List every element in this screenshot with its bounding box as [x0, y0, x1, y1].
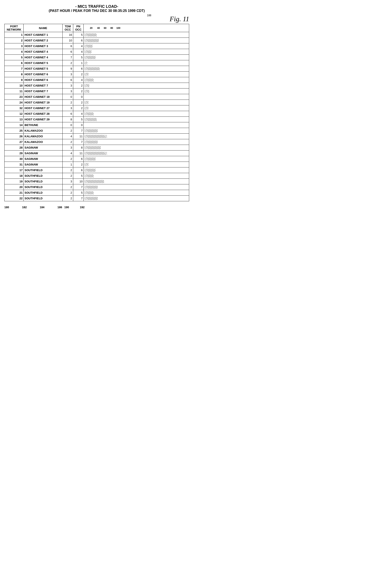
cell-pn: 4	[73, 49, 84, 55]
cell-pn: 5	[73, 117, 84, 122]
bar-container	[84, 151, 189, 155]
bar-fill	[84, 62, 87, 65]
cell-pn: 5	[73, 32, 84, 38]
cell-port: 27	[4, 139, 24, 145]
cell-port: 4	[4, 49, 24, 55]
traffic-table: PORTNETWORK NAME TDMOCC PNOCC 20 40 60 8…	[4, 24, 189, 201]
cell-pn: 2	[73, 83, 84, 88]
cell-pn: 6	[73, 168, 84, 173]
cell-pn: 6	[73, 66, 84, 72]
cell-pn: 11	[73, 134, 84, 139]
bar-container	[84, 123, 189, 127]
cell-tdm: 2	[62, 173, 73, 179]
bar-fill	[84, 129, 98, 132]
cell-tdm: 3	[62, 179, 73, 184]
bar-fill	[84, 174, 93, 177]
cell-tdm: 2	[62, 100, 73, 105]
cell-name: HOST CABINET 4	[24, 49, 63, 55]
footer-label-182: 182	[22, 206, 27, 209]
bar-fill	[84, 73, 88, 76]
cell-port: 2	[4, 38, 24, 43]
bar-fill	[84, 146, 101, 149]
bar-fill	[84, 50, 91, 53]
cell-bar	[84, 145, 189, 150]
table-row: 27KALAMAZOO27	[4, 139, 189, 145]
cell-name: KALAMAZOO	[24, 139, 63, 145]
bar-fill	[84, 157, 96, 161]
cell-pn: 0	[73, 94, 84, 100]
cell-pn: 2	[73, 72, 84, 77]
table-row: 30SAGINAW26	[4, 156, 189, 162]
cell-pn: 4	[73, 77, 84, 83]
header-port: PORTNETWORK	[4, 24, 24, 32]
bar-fill	[84, 118, 97, 121]
cell-tdm: 4	[62, 134, 73, 139]
bar-container	[84, 39, 189, 42]
cell-bar	[84, 66, 189, 72]
table-row: 21SOUTHFIELD25	[4, 190, 189, 196]
table-row: 28SAGINAW38	[4, 145, 189, 150]
bar-fill	[84, 56, 96, 59]
cell-tdm: 3	[62, 72, 73, 77]
bar-container	[84, 140, 189, 144]
fig-number: Fig. 11	[170, 15, 189, 23]
cell-port: 5	[4, 55, 24, 60]
cell-tdm: 0	[62, 94, 73, 100]
bar-fill	[84, 197, 98, 200]
cell-port: 7	[4, 66, 24, 72]
cell-bar	[84, 111, 189, 117]
cell-pn: 2	[73, 105, 84, 111]
cell-name: HOST CABINET 27	[24, 105, 63, 111]
cell-name: HOST CABINET 5	[24, 60, 63, 66]
cell-port: 12	[4, 111, 24, 117]
sub-title: (PAST HOUR / PEAK FOR THU DEC 30 08:35:2…	[4, 9, 189, 13]
bar-fill	[84, 191, 93, 194]
cell-name: HOST CABINET 7	[24, 83, 63, 88]
cell-tdm: 2	[62, 128, 73, 134]
cell-bar	[84, 168, 189, 173]
cell-name: HOST CABINET 29	[24, 117, 63, 122]
cell-tdm: 2	[62, 196, 73, 201]
cell-name: SOUTHFIELD	[24, 196, 63, 201]
cell-tdm: 2	[62, 156, 73, 162]
cell-name: SOUTHFIELD	[24, 184, 63, 190]
table-row: 19SOUTHFIELD310	[4, 179, 189, 184]
bar-fill	[84, 39, 98, 42]
cell-name: HOST CABINET 3	[24, 43, 63, 49]
bar-container	[84, 180, 189, 184]
cell-name: HOST CABINET 19	[24, 94, 63, 100]
cell-tdm: 4	[62, 150, 73, 156]
cell-bar	[84, 83, 189, 88]
cell-bar	[84, 43, 189, 49]
cell-bar	[84, 122, 189, 128]
cell-pn: 2	[73, 88, 84, 94]
cell-tdm: 9	[62, 66, 73, 72]
table-row: 29SAGINAW411	[4, 150, 189, 156]
cell-bar	[84, 134, 189, 139]
cell-pn: 4	[73, 111, 84, 117]
cell-tdm: 2	[62, 168, 73, 173]
cell-pn: 2	[73, 162, 84, 168]
cell-pn: 11	[73, 150, 84, 156]
cell-name: SAGINAW	[24, 150, 63, 156]
cell-bar	[84, 117, 189, 122]
cell-tdm: 3	[62, 88, 73, 94]
bar-container	[84, 101, 189, 105]
cell-port: 26	[4, 134, 24, 139]
bar-container	[84, 163, 189, 167]
bar-container	[84, 191, 189, 195]
cell-name: HOST CABINET 2	[24, 38, 63, 43]
bar-container	[84, 89, 189, 93]
bar-fill	[84, 79, 93, 82]
ref-188-label: 188	[147, 14, 151, 17]
title-area: - MIC1 TRAFFIC LOAD- (PAST HOUR / PEAK F…	[4, 4, 189, 13]
cell-tdm: 3	[62, 105, 73, 111]
cell-name: HOST CABINET 5	[24, 66, 63, 72]
cell-name: SOUTHFIELD	[24, 190, 63, 196]
cell-port: 32	[4, 105, 24, 111]
table-row: 14BETHUNE00	[4, 122, 189, 128]
cell-bar	[84, 72, 189, 77]
table-row: 4HOST CABINET 464	[4, 49, 189, 55]
cell-port: 29	[4, 150, 24, 156]
cell-pn: 4	[73, 43, 84, 49]
